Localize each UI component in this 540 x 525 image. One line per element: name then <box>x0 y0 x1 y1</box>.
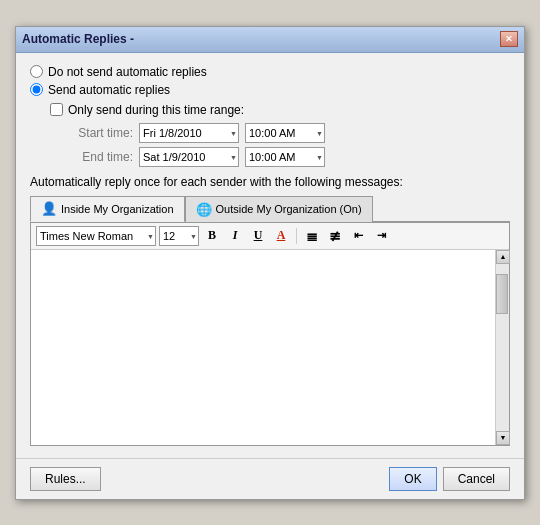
send-auto-reply-label: Send automatic replies <box>48 83 170 97</box>
message-tabs: 👤 Inside My Organization 🌐 Outside My Or… <box>30 195 510 222</box>
title-bar-controls: ✕ <box>500 31 518 47</box>
tab-outside[interactable]: 🌐 Outside My Organization (On) <box>185 196 373 222</box>
indent-decrease-button[interactable]: ⇤ <box>348 226 368 246</box>
scroll-thumb[interactable] <box>496 274 508 314</box>
scroll-down-button[interactable]: ▼ <box>496 431 510 445</box>
start-time-select[interactable]: 10:00 AM <box>245 123 325 143</box>
editor-toolbar: Times New Roman 12 B I U A ≣ <box>31 223 509 250</box>
cancel-button[interactable]: Cancel <box>443 467 510 491</box>
font-color-button[interactable]: A <box>271 226 291 246</box>
end-time-wrapper: 10:00 AM <box>245 147 325 167</box>
font-select-wrapper: Times New Roman <box>36 226 156 246</box>
end-date-select[interactable]: Sat 1/9/2010 <box>139 147 239 167</box>
font-color-wrapper: A <box>271 226 291 246</box>
no-auto-reply-row: Do not send automatic replies <box>30 65 510 79</box>
dialog-content: Do not send automatic replies Send autom… <box>16 53 524 458</box>
font-color-icon: A <box>277 228 286 243</box>
end-time-row: End time: Sat 1/9/2010 10:00 AM <box>68 147 510 167</box>
end-time-select[interactable]: 10:00 AM <box>245 147 325 167</box>
scroll-up-button[interactable]: ▲ <box>496 250 510 264</box>
font-size-wrapper: 12 <box>159 226 199 246</box>
automatic-replies-dialog: Automatic Replies - ✕ Do not send automa… <box>15 26 525 500</box>
no-auto-reply-label: Do not send automatic replies <box>48 65 207 79</box>
send-auto-reply-radio[interactable] <box>30 83 43 96</box>
start-time-label: Start time: <box>68 126 133 140</box>
message-textarea[interactable] <box>31 250 495 445</box>
tab-inside-label: Inside My Organization <box>61 203 174 215</box>
font-size-select[interactable]: 12 <box>159 226 199 246</box>
unordered-list-button[interactable]: ≣ <box>302 226 322 246</box>
tab-outside-label: Outside My Organization (On) <box>216 203 362 215</box>
start-time-row: Start time: Fri 1/8/2010 10:00 AM <box>68 123 510 143</box>
bottom-bar: Rules... OK Cancel <box>16 458 524 499</box>
time-range-row: Only send during this time range: <box>50 103 510 117</box>
scroll-track <box>496 264 509 431</box>
dialog-title: Automatic Replies - <box>22 32 134 46</box>
start-time-wrapper: 10:00 AM <box>245 123 325 143</box>
ok-cancel-group: OK Cancel <box>389 467 510 491</box>
no-auto-reply-radio[interactable] <box>30 65 43 78</box>
editor-body: ▲ ▼ <box>31 250 509 445</box>
time-range-label: Only send during this time range: <box>68 103 244 117</box>
font-family-select[interactable]: Times New Roman <box>36 226 156 246</box>
outside-org-icon: 🌐 <box>196 201 212 217</box>
italic-button[interactable]: I <box>225 226 245 246</box>
indent-increase-button[interactable]: ⇥ <box>371 226 391 246</box>
toolbar-divider-1 <box>296 228 297 244</box>
tab-inside[interactable]: 👤 Inside My Organization <box>30 196 185 222</box>
auto-reply-instruction: Automatically reply once for each sender… <box>30 175 510 189</box>
close-button[interactable]: ✕ <box>500 31 518 47</box>
bold-button[interactable]: B <box>202 226 222 246</box>
ordered-list-button[interactable]: ≢ <box>325 226 345 246</box>
send-auto-reply-row: Send automatic replies <box>30 83 510 97</box>
underline-button[interactable]: U <box>248 226 268 246</box>
inside-org-icon: 👤 <box>41 201 57 217</box>
time-range-checkbox[interactable] <box>50 103 63 116</box>
title-bar: Automatic Replies - ✕ <box>16 27 524 53</box>
reply-options: Do not send automatic replies Send autom… <box>30 65 510 97</box>
start-date-select[interactable]: Fri 1/8/2010 <box>139 123 239 143</box>
start-date-wrapper: Fri 1/8/2010 <box>139 123 239 143</box>
editor-scrollbar[interactable]: ▲ ▼ <box>495 250 509 445</box>
end-date-wrapper: Sat 1/9/2010 <box>139 147 239 167</box>
rules-button[interactable]: Rules... <box>30 467 101 491</box>
ok-button[interactable]: OK <box>389 467 436 491</box>
message-editor: Times New Roman 12 B I U A ≣ <box>30 222 510 446</box>
end-time-label: End time: <box>68 150 133 164</box>
